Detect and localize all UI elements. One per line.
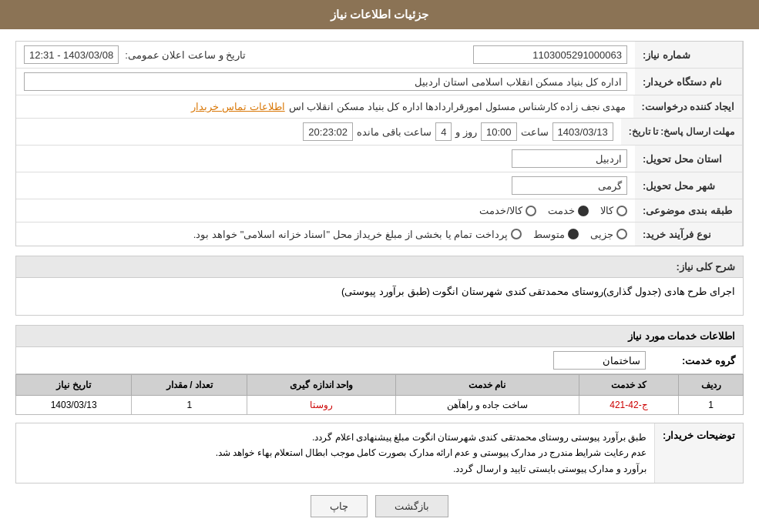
- info-row-shomare: شماره نیاز: 1103005291000063 تاریخ و ساع…: [16, 42, 743, 69]
- notes-section: توضیحات خریدار: طبق برآورد پیوستی روستای…: [15, 423, 744, 483]
- mohlat-time-label: ساعت: [521, 126, 549, 138]
- dastgah-field: اداره کل بنیاد مسکن انقلاب اسلامی استان …: [24, 72, 627, 91]
- radio-kala-khedmat[interactable]: کالا/خدمت: [479, 205, 536, 216]
- back-button[interactable]: بازگشت: [375, 495, 448, 517]
- info-row-tarighe: طبقه بندی موضوعی: کالا خدمت: [16, 199, 743, 223]
- shomare-value: 1103005291000063: [326, 42, 636, 68]
- services-section: اطلاعات خدمات مورد نیاز گروه خدمت: ساختم…: [15, 325, 744, 415]
- col-count: تعداد / مقدار: [132, 375, 247, 396]
- cell-code: ج-42-421: [579, 396, 678, 415]
- radio-jozi[interactable]: جزیی: [590, 229, 627, 240]
- radio-jozi-label: جزیی: [590, 229, 613, 240]
- farayand-label: نوع فرآیند خرید:: [635, 223, 743, 246]
- shahr-label: شهر محل تحویل:: [635, 172, 743, 199]
- cell-date: 1403/03/13: [16, 396, 132, 415]
- notes-content: طبق برآورد پیوستی روستای محمدتقی کندی شه…: [16, 423, 654, 483]
- ijad-label: ایجاد کننده درخواست:: [633, 95, 743, 118]
- mohlat-days: 4: [435, 122, 452, 141]
- mohlat-remain-label: ساعت باقی مانده: [357, 126, 432, 138]
- group-value: ساختمان: [553, 351, 646, 370]
- shomare-field: 1103005291000063: [473, 45, 627, 64]
- ostan-field: اردبیل: [512, 149, 627, 168]
- radio-motavaset-circle: [568, 229, 579, 239]
- cell-unit: روستا: [247, 396, 395, 415]
- shahr-value: گرمی: [16, 172, 635, 199]
- mohlat-day-label: روز و: [455, 126, 477, 138]
- radio-khedmat-label: خدمت: [548, 205, 575, 216]
- main-info-section: شماره نیاز: 1103005291000063 تاریخ و ساع…: [15, 41, 744, 246]
- print-button[interactable]: چاپ: [311, 495, 368, 517]
- page-wrapper: جزئیات اطلاعات نیاز شماره نیاز: 11030052…: [0, 0, 759, 532]
- page-header: جزئیات اطلاعات نیاز: [0, 0, 759, 29]
- shomare-label: شماره نیاز:: [635, 42, 743, 68]
- radio-kala-khedmat-circle: [526, 206, 536, 216]
- services-header: اطلاعات خدمات مورد نیاز: [15, 325, 744, 347]
- cell-count: 1: [132, 396, 247, 415]
- shahr-field: گرمی: [512, 176, 627, 195]
- radio-kala-circle: [616, 206, 627, 216]
- radio-jozi-circle: [616, 229, 627, 239]
- info-row-ijad: ایجاد کننده درخواست: مهدی نجف زاده کارشن…: [16, 95, 743, 119]
- tarighe-value: کالا خدمت کالا/خدمت: [16, 199, 635, 222]
- cell-radif: 1: [679, 396, 744, 415]
- radio-khedmat-circle: [578, 206, 589, 216]
- tarighe-label: طبقه بندی موضوعی:: [635, 199, 743, 222]
- info-row-farayand: نوع فرآیند خرید: جزیی متوسط: [16, 223, 743, 246]
- mohlat-time: 10:00: [481, 122, 517, 141]
- radio-pardakht[interactable]: پرداخت تمام یا بخشی از مبلغ خریداز محل "…: [193, 229, 522, 240]
- farayand-radios: جزیی متوسط پرداخت تمام یا بخشی از مبلغ خ…: [193, 229, 627, 240]
- buttons-row: بازگشت چاپ: [15, 495, 744, 517]
- radio-pardakht-label: پرداخت تمام یا بخشی از مبلغ خریداز محل "…: [193, 229, 508, 240]
- radio-pardakht-circle: [511, 229, 522, 239]
- radio-kala-khedmat-label: کالا/خدمت: [479, 205, 522, 216]
- mohlat-remain: 20:23:02: [303, 122, 353, 141]
- ostan-value: اردبیل: [16, 146, 635, 172]
- info-row-mohlat: مهلت ارسال پاسخ: تا تاریخ: 1403/03/13 سا…: [16, 119, 743, 146]
- shah-description: اجرای طرح هادی (جدول گذاری)روستای محمدتق…: [15, 277, 744, 316]
- info-row-dastgah: نام دستگاه خریدار: اداره کل بنیاد مسکن ا…: [16, 69, 743, 95]
- group-label: گروه خدمت:: [658, 355, 735, 366]
- tarikh-section: تاریخ و ساعت اعلان عمومی: 1403/03/08 - 1…: [16, 42, 326, 68]
- tarighe-radios: کالا خدمت کالا/خدمت: [479, 205, 627, 216]
- dastgah-value: اداره کل بنیاد مسکن انقلاب اسلامی استان …: [16, 69, 635, 95]
- cell-name: ساخت جاده و راهآهن: [395, 396, 579, 415]
- group-row: گروه خدمت: ساختمان: [15, 347, 744, 374]
- info-row-shahr: شهر محل تحویل: گرمی: [16, 172, 743, 199]
- ostan-label: استان محل تحویل:: [635, 146, 743, 172]
- content-area: شماره نیاز: 1103005291000063 تاریخ و ساع…: [0, 29, 759, 532]
- radio-khedmat[interactable]: خدمت: [548, 205, 589, 216]
- col-name: نام خدمت: [395, 375, 579, 396]
- radio-kala[interactable]: کالا: [600, 205, 627, 216]
- col-radif: ردیف: [679, 375, 744, 396]
- tarikh-label: تاریخ و ساعت اعلان عمومی:: [125, 49, 246, 61]
- col-code: کد خدمت: [579, 375, 678, 396]
- col-unit: واحد اندازه گیری: [247, 375, 395, 396]
- info-row-ostan: استان محل تحویل: اردبیل: [16, 146, 743, 172]
- contact-link[interactable]: اطلاعات تماس خریدار: [191, 101, 284, 112]
- farayand-value: جزیی متوسط پرداخت تمام یا بخشی از مبلغ خ…: [16, 223, 635, 246]
- notes-label: توضیحات خریدار:: [654, 423, 743, 483]
- dastgah-label: نام دستگاه خریدار:: [635, 69, 743, 95]
- shah-section-title: شرح کلی نیاز:: [15, 256, 744, 277]
- mohlat-label: مهلت ارسال پاسخ: تا تاریخ:: [621, 119, 743, 145]
- radio-motavaset-label: متوسط: [533, 229, 565, 240]
- mohlat-date: 1403/03/13: [552, 122, 613, 141]
- tarikh-field: 1403/03/08 - 12:31: [24, 45, 119, 64]
- radio-motavaset[interactable]: متوسط: [533, 229, 579, 240]
- mohlat-date-row: 1403/03/13 ساعت 10:00 روز و 4 ساعت باقی …: [303, 122, 613, 141]
- table-row: 1 ج-42-421 ساخت جاده و راهآهن روستا 1 14…: [16, 396, 744, 415]
- services-table: ردیف کد خدمت نام خدمت واحد اندازه گیری ت…: [15, 374, 744, 415]
- radio-kala-label: کالا: [600, 205, 613, 216]
- mohlat-value: 1403/03/13 ساعت 10:00 روز و 4 ساعت باقی …: [16, 119, 621, 145]
- ijad-value: مهدی نجف زاده کارشناس مسئول امورقرارداده…: [16, 95, 633, 118]
- ijad-text: مهدی نجف زاده کارشناس مسئول امورقرارداده…: [289, 101, 626, 112]
- header-title: جزئیات اطلاعات نیاز: [331, 8, 428, 21]
- col-date: تاریخ نیاز: [16, 375, 132, 396]
